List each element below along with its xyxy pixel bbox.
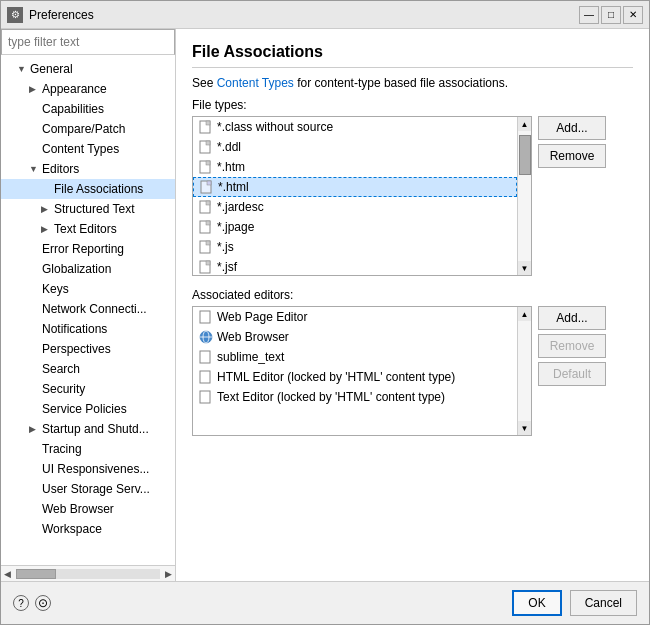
sidebar-item-appearance[interactable]: ▶ Appearance — [1, 79, 175, 99]
associated-editors-list[interactable]: Web Page Editor Web Browser — [193, 307, 517, 435]
expand-arrow: ▼ — [29, 164, 39, 174]
sidebar-item-content-types[interactable]: Content Types — [1, 139, 175, 159]
scroll-left-arrow[interactable]: ◀ — [1, 569, 14, 579]
scroll-up-button[interactable]: ▲ — [518, 307, 532, 321]
sidebar-item-structured-text[interactable]: ▶ Structured Text — [1, 199, 175, 219]
sidebar-item-label: Keys — [42, 282, 69, 296]
svg-rect-13 — [206, 241, 210, 245]
sidebar-item-search[interactable]: Search — [1, 359, 175, 379]
sidebar-item-security[interactable]: Security — [1, 379, 175, 399]
title-bar: ⚙ Preferences — □ ✕ — [1, 1, 649, 29]
sidebar-item-capabilities[interactable]: Capabilities — [1, 99, 175, 119]
scroll-up-button[interactable]: ▲ — [518, 117, 532, 131]
list-item[interactable]: *.jardesc — [193, 197, 517, 217]
remove-editor-button[interactable]: Remove — [538, 334, 606, 358]
add-editor-button[interactable]: Add... — [538, 306, 606, 330]
sidebar-item-ui-responsiveness[interactable]: UI Responsivenes... — [1, 459, 175, 479]
cancel-button[interactable]: Cancel — [570, 590, 637, 616]
item-text: Web Browser — [217, 330, 289, 344]
defaults-button[interactable]: ⊙ — [35, 595, 51, 611]
scroll-track — [518, 321, 532, 421]
ok-button[interactable]: OK — [512, 590, 561, 616]
expand-arrow — [29, 444, 39, 454]
sidebar-item-keys[interactable]: Keys — [1, 279, 175, 299]
list-item[interactable]: sublime_text — [193, 347, 517, 367]
file-icon — [199, 240, 213, 254]
file-icon — [199, 120, 213, 134]
h-scroll-track[interactable] — [16, 569, 160, 579]
sidebar-item-label: UI Responsivenes... — [42, 462, 149, 476]
help-button[interactable]: ? — [13, 595, 29, 611]
content-types-link[interactable]: Content Types — [217, 76, 294, 90]
remove-file-type-button[interactable]: Remove — [538, 144, 606, 168]
scroll-down-button[interactable]: ▼ — [518, 261, 532, 275]
item-text: Web Page Editor — [217, 310, 308, 324]
expand-arrow — [29, 404, 39, 414]
expand-arrow — [29, 344, 39, 354]
list-item[interactable]: *.htm — [193, 157, 517, 177]
sidebar-item-label: Security — [42, 382, 85, 396]
list-item[interactable]: Web Page Editor — [193, 307, 517, 327]
sidebar-item-text-editors[interactable]: ▶ Text Editors — [1, 219, 175, 239]
svg-rect-5 — [206, 161, 210, 165]
item-text: *.class without source — [217, 120, 333, 134]
sidebar-item-label: Perspectives — [42, 342, 111, 356]
sidebar-item-file-associations[interactable]: File Associations — [1, 179, 175, 199]
editor-icon — [199, 370, 213, 384]
bottom-right-buttons: OK Cancel — [512, 590, 637, 616]
list-item[interactable]: Web Browser — [193, 327, 517, 347]
sidebar: ▼ General ▶ Appearance Capabilities Comp… — [1, 29, 176, 581]
svg-rect-1 — [206, 121, 210, 125]
sidebar-item-notifications[interactable]: Notifications — [1, 319, 175, 339]
sidebar-item-general[interactable]: ▼ General — [1, 59, 175, 79]
list-item[interactable]: HTML Editor (locked by 'HTML' content ty… — [193, 367, 517, 387]
sidebar-item-label: User Storage Serv... — [42, 482, 150, 496]
sidebar-item-globalization[interactable]: Globalization — [1, 259, 175, 279]
sidebar-item-compare-patch[interactable]: Compare/Patch — [1, 119, 175, 139]
filter-input[interactable] — [1, 29, 175, 55]
sidebar-item-service-policies[interactable]: Service Policies — [1, 399, 175, 419]
sidebar-item-startup[interactable]: ▶ Startup and Shutd... — [1, 419, 175, 439]
file-types-list[interactable]: *.class without source *.ddl — [193, 117, 517, 275]
list-item[interactable]: *.jpage — [193, 217, 517, 237]
window-icon: ⚙ — [7, 7, 23, 23]
sidebar-item-tracing[interactable]: Tracing — [1, 439, 175, 459]
sidebar-item-label: Tracing — [42, 442, 82, 456]
svg-rect-7 — [207, 181, 211, 185]
file-icon — [200, 180, 214, 194]
scroll-down-button[interactable]: ▼ — [518, 421, 532, 435]
sidebar-item-user-storage[interactable]: User Storage Serv... — [1, 479, 175, 499]
list-item[interactable]: *.class without source — [193, 117, 517, 137]
sidebar-item-perspectives[interactable]: Perspectives — [1, 339, 175, 359]
sidebar-item-workspace[interactable]: Workspace — [1, 519, 175, 539]
list-item[interactable]: *.js — [193, 237, 517, 257]
item-text: *.jpage — [217, 220, 254, 234]
svg-rect-15 — [206, 261, 210, 265]
list-item[interactable]: *.ddl — [193, 137, 517, 157]
minimize-button[interactable]: — — [579, 6, 599, 24]
sidebar-item-web-browser[interactable]: Web Browser — [1, 499, 175, 519]
expand-arrow — [29, 304, 39, 314]
list-item[interactable]: *.jsf — [193, 257, 517, 275]
sidebar-item-network[interactable]: Network Connecti... — [1, 299, 175, 319]
editor-buttons: Add... Remove Default — [538, 306, 606, 386]
main-content: ▼ General ▶ Appearance Capabilities Comp… — [1, 29, 649, 581]
expand-arrow — [29, 104, 39, 114]
file-types-list-container: *.class without source *.ddl — [192, 116, 532, 276]
list-item[interactable]: Text Editor (locked by 'HTML' content ty… — [193, 387, 517, 407]
default-editor-button[interactable]: Default — [538, 362, 606, 386]
scroll-right-arrow[interactable]: ▶ — [162, 569, 175, 579]
svg-rect-11 — [206, 221, 210, 225]
file-types-buttons: Add... Remove — [538, 116, 606, 168]
close-button[interactable]: ✕ — [623, 6, 643, 24]
sidebar-item-label: Startup and Shutd... — [42, 422, 149, 436]
list-item-html[interactable]: *.html — [193, 177, 517, 197]
sidebar-item-editors[interactable]: ▼ Editors — [1, 159, 175, 179]
maximize-button[interactable]: □ — [601, 6, 621, 24]
sidebar-item-error-reporting[interactable]: Error Reporting — [1, 239, 175, 259]
expand-arrow — [29, 524, 39, 534]
sidebar-item-label: Appearance — [42, 82, 107, 96]
tree: ▼ General ▶ Appearance Capabilities Comp… — [1, 55, 175, 565]
add-file-type-button[interactable]: Add... — [538, 116, 606, 140]
item-text: *.html — [218, 180, 249, 194]
